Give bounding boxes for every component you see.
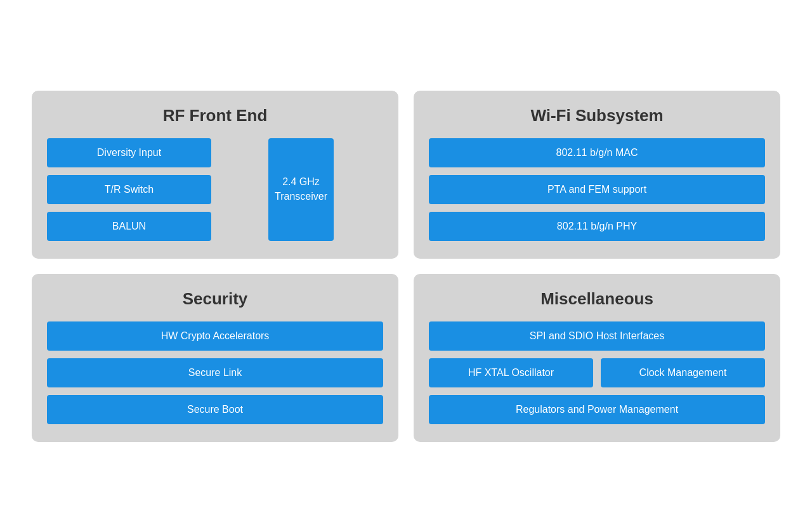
secure-boot-block: Secure Boot — [47, 395, 383, 424]
security-grid: HW Crypto Accelerators Secure Link Secur… — [47, 321, 383, 424]
miscellaneous-title: Miscellaneous — [429, 289, 765, 309]
hw-crypto-block: HW Crypto Accelerators — [47, 321, 383, 351]
wifi-subsystem-title: Wi-Fi Subsystem — [429, 106, 765, 126]
wifi-phy-block: 802.11 b/g/n PHY — [429, 212, 765, 241]
balun-block: BALUN — [47, 212, 211, 241]
regulators-block: Regulators and Power Management — [429, 395, 765, 424]
wifi-pta-block: PTA and FEM support — [429, 175, 765, 204]
security-panel: Security HW Crypto Accelerators Secure L… — [32, 274, 398, 442]
hf-xtal-block: HF XTAL Oscillator — [429, 358, 593, 387]
secure-link-block: Secure Link — [47, 358, 383, 387]
wifi-grid: 802.11 b/g/n MAC PTA and FEM support 802… — [429, 138, 765, 241]
rf-left-column: Diversity Input T/R Switch BALUN — [47, 138, 211, 241]
wifi-mac-block: 802.11 b/g/n MAC — [429, 138, 765, 167]
rf-front-end-panel: RF Front End Diversity Input T/R Switch … — [32, 91, 398, 259]
spi-sdio-block: SPI and SDIO Host Interfaces — [429, 321, 765, 351]
miscellaneous-panel: Miscellaneous SPI and SDIO Host Interfac… — [414, 274, 780, 442]
clock-mgmt-block: Clock Management — [601, 358, 765, 387]
misc-grid: SPI and SDIO Host Interfaces HF XTAL Osc… — [429, 321, 765, 424]
diversity-input-block: Diversity Input — [47, 138, 211, 167]
rf-inner-grid: Diversity Input T/R Switch BALUN 2.4 GHz… — [47, 138, 383, 241]
misc-row2: HF XTAL Oscillator Clock Management — [429, 358, 765, 387]
wifi-subsystem-panel: Wi-Fi Subsystem 802.11 b/g/n MAC PTA and… — [414, 91, 780, 259]
transceiver-block: 2.4 GHzTransceiver — [268, 138, 334, 241]
rf-front-end-title: RF Front End — [47, 106, 383, 126]
transceiver-label: 2.4 GHzTransceiver — [275, 175, 327, 204]
security-title: Security — [47, 289, 383, 309]
main-container: RF Front End Diversity Input T/R Switch … — [13, 72, 799, 461]
rf-right-column: 2.4 GHzTransceiver — [219, 138, 383, 241]
tr-switch-block: T/R Switch — [47, 175, 211, 204]
